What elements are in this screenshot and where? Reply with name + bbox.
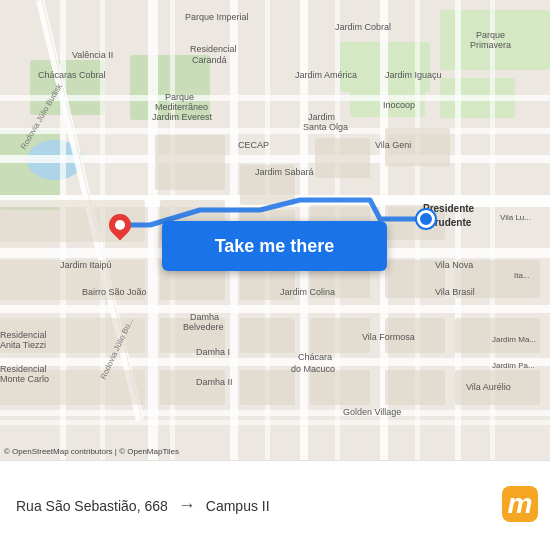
svg-text:Damha II: Damha II [196, 377, 233, 387]
svg-rect-22 [0, 95, 550, 101]
svg-rect-46 [310, 318, 370, 353]
svg-text:Inocoop: Inocoop [383, 100, 415, 110]
svg-text:Santa Olga: Santa Olga [303, 122, 348, 132]
moovit-logo: m [502, 486, 538, 522]
svg-rect-24 [0, 420, 550, 425]
origin-marker [108, 214, 132, 244]
destination-marker [417, 210, 435, 228]
svg-rect-13 [0, 410, 550, 416]
svg-text:Residencial: Residencial [0, 364, 47, 374]
moovit-icon: m [502, 486, 538, 522]
svg-text:Chácara: Chácara [298, 352, 332, 362]
svg-text:Golden Village: Golden Village [343, 407, 401, 417]
svg-rect-49 [160, 370, 225, 405]
svg-rect-45 [240, 318, 295, 353]
svg-text:Valência II: Valência II [72, 50, 113, 60]
svg-text:Vila Nova: Vila Nova [435, 260, 473, 270]
svg-rect-50 [240, 370, 295, 405]
svg-text:Vila Aurélio: Vila Aurélio [466, 382, 511, 392]
origin-label: Rua São Sebastião, 668 [16, 498, 168, 514]
svg-text:Jardim Ma...: Jardim Ma... [492, 335, 536, 344]
svg-text:Parque: Parque [476, 30, 505, 40]
svg-rect-12 [0, 358, 550, 366]
svg-text:Parque: Parque [165, 92, 194, 102]
map-container: Parque Imperial Jardim Cobral Valência I… [0, 0, 550, 460]
svg-text:Chácaras Cobral: Chácaras Cobral [38, 70, 106, 80]
svg-text:Vila Lu...: Vila Lu... [500, 213, 531, 222]
svg-text:Jardim Colina: Jardim Colina [280, 287, 335, 297]
bottom-bar: Rua São Sebastião, 668 → Campus II m [0, 460, 550, 550]
destination-label: Campus II [206, 498, 270, 514]
svg-text:Ita...: Ita... [514, 271, 530, 280]
take-me-there-button[interactable]: Take me there [162, 221, 387, 271]
svg-text:Jardim Everest: Jardim Everest [152, 112, 213, 122]
svg-text:Residencial: Residencial [0, 330, 47, 340]
svg-text:Monte Carlo: Monte Carlo [0, 374, 49, 384]
svg-text:Jardim: Jardim [308, 112, 335, 122]
svg-rect-14 [148, 0, 158, 460]
svg-text:do Macuco: do Macuco [291, 364, 335, 374]
svg-rect-33 [315, 138, 370, 178]
svg-text:Damha: Damha [190, 312, 219, 322]
svg-rect-52 [385, 370, 445, 405]
svg-text:Jardim Pa...: Jardim Pa... [492, 361, 535, 370]
svg-text:Residencial: Residencial [190, 44, 237, 54]
svg-text:Primavera: Primavera [470, 40, 511, 50]
svg-text:Parque Imperial: Parque Imperial [185, 12, 249, 22]
svg-text:Damha I: Damha I [196, 347, 230, 357]
svg-text:Vila Geni: Vila Geni [375, 140, 411, 150]
svg-rect-31 [155, 135, 225, 190]
svg-text:Vila Formosa: Vila Formosa [362, 332, 415, 342]
svg-text:Jardim Sabará: Jardim Sabará [255, 167, 314, 177]
take-me-there-label: Take me there [215, 236, 335, 257]
svg-text:Anita Tiezzi: Anita Tiezzi [0, 340, 46, 350]
svg-rect-51 [310, 370, 370, 405]
svg-text:Carandá: Carandá [192, 55, 227, 65]
svg-text:Jardim Itaipú: Jardim Itaipú [60, 260, 112, 270]
svg-text:Vila Brasil: Vila Brasil [435, 287, 475, 297]
svg-text:Jardim Iguaçu: Jardim Iguaçu [385, 70, 442, 80]
svg-text:Bairro São João: Bairro São João [82, 287, 147, 297]
svg-text:Jardim Cobral: Jardim Cobral [335, 22, 391, 32]
svg-text:Belvedere: Belvedere [183, 322, 224, 332]
svg-rect-11 [0, 305, 550, 313]
map-attribution: © OpenStreetMap contributors | © OpenMap… [4, 447, 179, 456]
direction-arrow: → [178, 495, 196, 516]
svg-rect-23 [0, 128, 550, 134]
svg-text:Jardim América: Jardim América [295, 70, 357, 80]
svg-text:CECAP: CECAP [238, 140, 269, 150]
svg-text:Mediterrâneo: Mediterrâneo [155, 102, 208, 112]
